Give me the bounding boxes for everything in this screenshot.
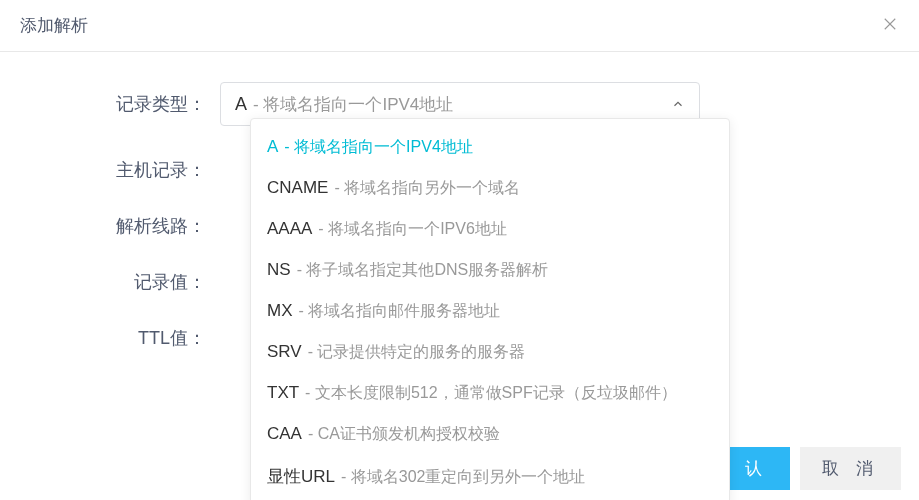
cancel-button[interactable]: 取 消 [800, 447, 901, 490]
option-code: TXT [267, 383, 299, 403]
option-desc: - 将域名指向一个IPV4地址 [284, 137, 472, 158]
selected-code: A [235, 94, 247, 115]
record-type-dropdown: A - 将域名指向一个IPV4地址CNAME - 将域名指向另外一个域名AAAA… [250, 118, 730, 500]
dropdown-item-caa[interactable]: CAA - CA证书颁发机构授权校验 [251, 414, 729, 455]
option-desc: - 记录提供特定的服务的服务器 [308, 342, 526, 363]
option-code: CAA [267, 424, 302, 444]
dropdown-item-cname[interactable]: CNAME - 将域名指向另外一个域名 [251, 168, 729, 209]
option-desc: - 将子域名指定其他DNS服务器解析 [297, 260, 549, 281]
dropdown-item-ns[interactable]: NS - 将子域名指定其他DNS服务器解析 [251, 250, 729, 291]
modal-header: 添加解析 [0, 0, 919, 52]
dropdown-item-aaaa[interactable]: AAAA - 将域名指向一个IPV6地址 [251, 209, 729, 250]
option-desc: - 将域名指向一个IPV6地址 [318, 219, 506, 240]
chevron-up-icon [671, 97, 685, 111]
option-desc: - 将域名指向邮件服务器地址 [299, 301, 501, 322]
option-code: AAAA [267, 219, 312, 239]
close-icon[interactable] [881, 15, 899, 37]
option-code: MX [267, 301, 293, 321]
modal-title: 添加解析 [20, 14, 88, 37]
selected-desc: - 将域名指向一个IPV4地址 [253, 93, 453, 116]
dropdown-item-txt[interactable]: TXT - 文本长度限制512，通常做SPF记录（反垃圾邮件） [251, 373, 729, 414]
dropdown-item-a[interactable]: A - 将域名指向一个IPV4地址 [251, 127, 729, 168]
option-desc: - CA证书颁发机构授权校验 [308, 424, 500, 445]
option-code: SRV [267, 342, 302, 362]
label-ttl: TTL值： [40, 326, 220, 350]
option-desc: - 将域名指向另外一个域名 [334, 178, 520, 199]
label-host-record: 主机记录： [40, 158, 220, 182]
dropdown-item-显性url[interactable]: 显性URL - 将域名302重定向到另外一个地址 [251, 455, 729, 498]
label-record-type: 记录类型： [40, 92, 220, 116]
dropdown-item-srv[interactable]: SRV - 记录提供特定的服务的服务器 [251, 332, 729, 373]
option-code: NS [267, 260, 291, 280]
option-desc: - 将域名302重定向到另外一个地址 [341, 467, 585, 488]
option-code: CNAME [267, 178, 328, 198]
option-desc: - 文本长度限制512，通常做SPF记录（反垃圾邮件） [305, 383, 677, 404]
record-type-selected: A - 将域名指向一个IPV4地址 [235, 93, 453, 116]
label-record-value: 记录值： [40, 270, 220, 294]
dropdown-item-mx[interactable]: MX - 将域名指向邮件服务器地址 [251, 291, 729, 332]
option-code: 显性URL [267, 465, 335, 488]
label-resolve-line: 解析线路： [40, 214, 220, 238]
option-code: A [267, 137, 278, 157]
